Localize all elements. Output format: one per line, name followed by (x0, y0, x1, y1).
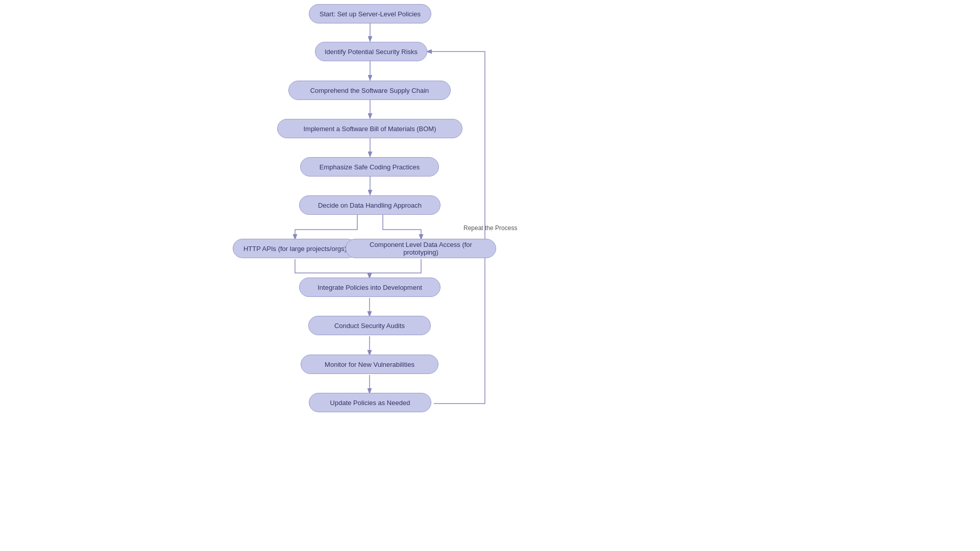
node-implement: Implement a Software Bill of Materials (… (277, 119, 462, 138)
node-decide: Decide on Data Handling Approach (299, 195, 440, 215)
node-http: HTTP APIs (for large projects/orgs) (233, 239, 357, 258)
node-update: Update Policies as Needed (309, 393, 431, 412)
node-start: Start: Set up Server-Level Policies (309, 4, 431, 23)
node-monitor: Monitor for New Vulnerabilities (301, 355, 438, 374)
node-integrate: Integrate Policies into Development (299, 278, 440, 297)
repeat-label: Repeat the Process (463, 224, 517, 232)
diagram-container: Start: Set up Server-Level Policies Iden… (0, 0, 980, 551)
node-component: Component Level Data Access (for prototy… (346, 239, 496, 258)
flowchart-svg (0, 0, 980, 551)
node-emphasize: Emphasize Safe Coding Practices (300, 157, 439, 177)
node-conduct: Conduct Security Audits (308, 316, 431, 335)
node-comprehend: Comprehend the Software Supply Chain (288, 81, 451, 100)
node-identify: Identify Potential Security Risks (315, 42, 427, 61)
